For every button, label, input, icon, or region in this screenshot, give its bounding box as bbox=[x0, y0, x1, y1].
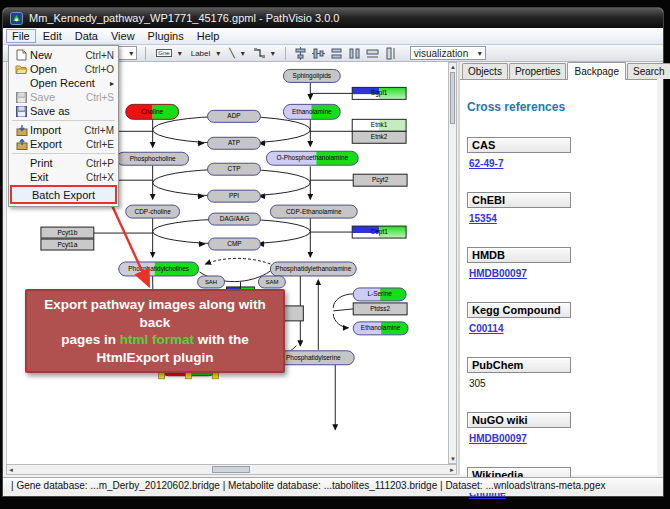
menu-separator bbox=[12, 120, 115, 121]
node-cdp-ethanolamine[interactable]: CDP-Ethanolamine bbox=[270, 205, 357, 218]
svg-text:Etnk2: Etnk2 bbox=[371, 133, 388, 140]
scroll-up-icon[interactable]: ▲ bbox=[450, 63, 456, 72]
datanode-button[interactable]: Gne ▾ bbox=[154, 48, 183, 59]
tab-properties[interactable]: Properties bbox=[509, 63, 567, 79]
gene-pcyt1a[interactable]: Pcyt1a bbox=[41, 239, 94, 250]
menu-item-export[interactable]: Export Ctrl+E bbox=[10, 137, 117, 151]
align-center-y-icon[interactable] bbox=[312, 47, 325, 60]
canvas-horizontal-scrollbar[interactable]: ◄ ► bbox=[6, 464, 457, 475]
node-sphingolipids[interactable]: Sphingolipids bbox=[283, 69, 340, 82]
horizontal-scroll-thumb[interactable] bbox=[212, 466, 250, 473]
node-cdp-choline[interactable]: CDP-choline bbox=[126, 205, 180, 218]
node-ctp[interactable]: CTP bbox=[208, 163, 261, 175]
line-tool-button[interactable]: ╲ ▾ bbox=[227, 47, 246, 59]
chevron-down-icon[interactable]: ▾ bbox=[478, 49, 482, 58]
menu-item-batch-export[interactable]: Batch Export bbox=[12, 187, 115, 202]
menu-item-exit[interactable]: Exit Ctrl+X bbox=[10, 170, 117, 184]
gene-decarboxylase[interactable] bbox=[283, 306, 303, 321]
align-center-x-icon[interactable] bbox=[294, 47, 307, 60]
distribute-horizontal-icon[interactable] bbox=[348, 47, 361, 60]
node-ethanolamine-bottom[interactable]: Ethanolamine bbox=[353, 322, 408, 335]
crossref-link[interactable]: HMDB00097 bbox=[469, 433, 527, 444]
chevron-down-icon[interactable]: ▾ bbox=[129, 49, 133, 58]
common-width-icon[interactable] bbox=[366, 47, 379, 60]
crossref-link[interactable]: 15354 bbox=[469, 213, 497, 224]
chevron-down-icon[interactable]: ▾ bbox=[178, 49, 182, 58]
gene-pcyt1b[interactable]: Pcyt1b bbox=[41, 227, 94, 238]
node-phosphocholine[interactable]: Phosphocholine bbox=[117, 152, 189, 165]
menu-item-new[interactable]: New Ctrl+N bbox=[10, 48, 117, 62]
node-phosphatidylcholines[interactable]: Phosphatidylcholines bbox=[119, 262, 199, 276]
gene-sgpl1[interactable]: Sgpl1 bbox=[352, 87, 406, 99]
gene-etnk1[interactable]: Etnk1 bbox=[352, 119, 406, 131]
connector-tool-button[interactable]: ▾ bbox=[252, 47, 277, 60]
menu-file[interactable]: File bbox=[6, 29, 36, 43]
scroll-down-icon[interactable]: ▼ bbox=[450, 455, 456, 464]
menu-item-open-recent[interactable]: Open Recent ▸ bbox=[10, 76, 117, 90]
chevron-down-icon[interactable]: ▾ bbox=[216, 49, 220, 58]
save-icon bbox=[13, 92, 30, 103]
tab-backpage[interactable]: Backpage bbox=[567, 62, 625, 80]
gene-pcyt2[interactable]: Pcyt2 bbox=[353, 174, 407, 186]
menu-data[interactable]: Data bbox=[69, 29, 104, 43]
chevron-down-icon[interactable]: ▾ bbox=[241, 49, 245, 58]
crossref-section-chebi: ChEBI 15354 bbox=[467, 192, 657, 226]
scroll-left-icon[interactable]: ◄ bbox=[8, 466, 14, 475]
node-atp[interactable]: ATP bbox=[208, 137, 261, 149]
node-dag-aag[interactable]: DAG/AAG bbox=[209, 213, 261, 225]
svg-text:CTP: CTP bbox=[228, 165, 241, 172]
menu-plugins[interactable]: Plugins bbox=[142, 29, 190, 43]
node-phosphatidylethanolamine[interactable]: Phosphatidylethanolamine bbox=[270, 262, 356, 276]
svg-text:Cept1: Cept1 bbox=[371, 228, 389, 236]
menu-item-save[interactable]: Save Ctrl+S bbox=[10, 90, 117, 104]
callout-highlight: html format bbox=[120, 332, 194, 347]
svg-text:Ethanolamine: Ethanolamine bbox=[292, 108, 332, 115]
menu-view[interactable]: View bbox=[105, 29, 141, 43]
crossref-header: Kegg Compound bbox=[467, 302, 571, 318]
label-button[interactable]: Label ▾ bbox=[189, 48, 223, 59]
distribute-vertical-icon[interactable] bbox=[330, 47, 343, 60]
scroll-right-icon[interactable]: ► bbox=[449, 466, 455, 475]
menu-item-open[interactable]: Open Ctrl+O bbox=[10, 62, 117, 76]
node-choline-top[interactable]: Choline bbox=[126, 104, 179, 119]
visualization-value: visualization bbox=[414, 48, 468, 59]
menu-item-print[interactable]: Print Ctrl+P bbox=[10, 156, 117, 170]
crossref-link[interactable]: C00114 bbox=[469, 323, 503, 334]
crossref-link[interactable]: 62-49-7 bbox=[469, 158, 503, 169]
menu-item-save-as[interactable]: Save as bbox=[10, 104, 117, 118]
gene-etnk2[interactable]: Etnk2 bbox=[352, 131, 406, 143]
tab-search[interactable]: Search bbox=[627, 63, 670, 79]
node-sah[interactable]: SAH bbox=[198, 276, 225, 288]
menu-item-import[interactable]: Import Ctrl+M bbox=[10, 123, 117, 137]
visualization-combobox[interactable]: visualization ▾ bbox=[410, 46, 486, 60]
svg-text:Phosphatidylcholines: Phosphatidylcholines bbox=[128, 265, 189, 273]
tab-objects[interactable]: Objects bbox=[462, 63, 508, 79]
menu-edit[interactable]: Edit bbox=[37, 29, 68, 43]
svg-text:CDP-Ethanolamine: CDP-Ethanolamine bbox=[286, 208, 342, 215]
node-ethanolamine[interactable]: Ethanolamine bbox=[283, 104, 340, 119]
node-ppi[interactable]: PPi bbox=[208, 190, 261, 202]
canvas-vertical-scrollbar[interactable]: ▲ ▼ bbox=[448, 62, 457, 464]
vertical-scroll-thumb[interactable] bbox=[450, 72, 455, 124]
submenu-arrow-icon: ▸ bbox=[110, 79, 114, 88]
crossrefs-heading: Cross references bbox=[467, 100, 657, 114]
panel-tabs: Objects Properties Backpage Search Legen… bbox=[460, 62, 657, 79]
crossref-link[interactable]: HMDB00097 bbox=[469, 268, 527, 279]
node-adp[interactable]: ADP bbox=[208, 110, 261, 122]
gene-ptdss2[interactable]: Ptdss2 bbox=[353, 303, 407, 315]
crossref-header: HMDB bbox=[467, 247, 571, 263]
callout-line1: Export pathway images along with back bbox=[31, 296, 279, 331]
node-cmp[interactable]: CMP bbox=[209, 238, 261, 250]
title-bar[interactable]: Mm_Kennedy_pathway_WP1771_45176.gpml - P… bbox=[3, 8, 663, 28]
common-height-icon[interactable] bbox=[384, 47, 397, 60]
menu-bar: File Edit Data View Plugins Help bbox=[3, 28, 663, 45]
node-o-phosphoethanolamine[interactable]: O-Phosphoethanolamine bbox=[266, 151, 358, 165]
chevron-down-icon[interactable]: ▾ bbox=[271, 49, 275, 58]
node-l-serine[interactable]: L-Serine bbox=[353, 288, 406, 301]
node-sam[interactable]: SAM bbox=[258, 276, 285, 288]
datanode-icon: Gne bbox=[156, 49, 171, 57]
menu-help[interactable]: Help bbox=[191, 29, 226, 43]
gene-cept1[interactable]: Cept1 bbox=[352, 226, 406, 238]
connector-icon bbox=[254, 48, 265, 59]
svg-text:CMP: CMP bbox=[227, 240, 241, 247]
